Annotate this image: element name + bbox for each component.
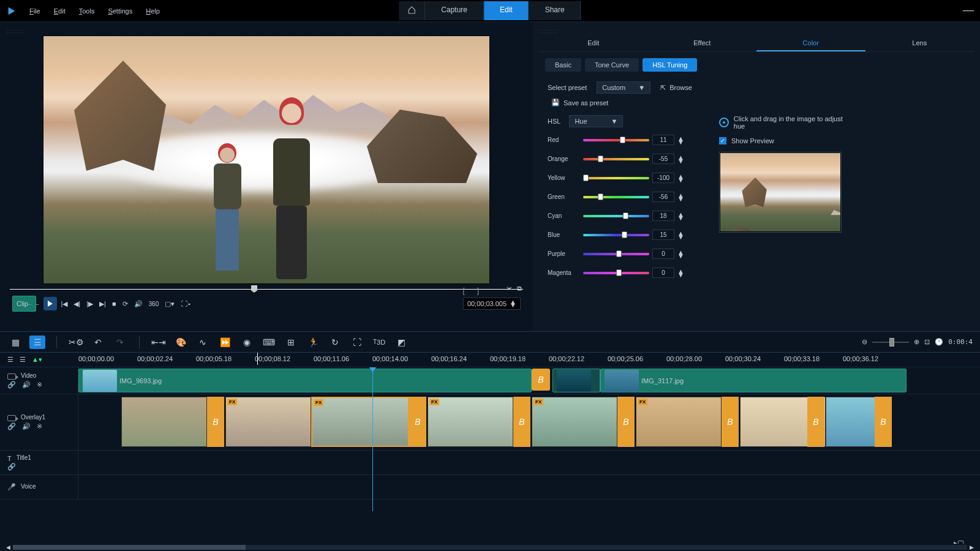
mode-capture[interactable]: Capture bbox=[425, 1, 484, 20]
tools-button[interactable]: ✂⚙ bbox=[68, 335, 84, 349]
slider-value-red[interactable]: 11 bbox=[652, 135, 674, 145]
mask-button[interactable]: ◩ bbox=[393, 335, 409, 349]
pane-grip[interactable]: ::::::: bbox=[6, 27, 527, 36]
stabilize-button[interactable]: ↻ bbox=[327, 335, 343, 349]
menu-file[interactable]: FFileile bbox=[29, 7, 40, 15]
redo-button[interactable]: ↷ bbox=[112, 335, 128, 349]
play-button[interactable] bbox=[43, 297, 57, 310]
timeline-view-button[interactable]: ☰ bbox=[29, 335, 45, 349]
mode-home[interactable] bbox=[399, 1, 425, 20]
loop-icon[interactable]: ⟳ bbox=[123, 300, 128, 308]
scrub-handle[interactable] bbox=[251, 285, 257, 293]
transition-badge[interactable]: B bbox=[207, 397, 224, 447]
marker[interactable] bbox=[257, 353, 258, 365]
playhead[interactable] bbox=[372, 367, 373, 511]
fit-icon[interactable]: ⊡ bbox=[924, 338, 930, 346]
trim-brackets[interactable]: [ ] bbox=[462, 286, 484, 295]
next-frame-icon[interactable]: |▶ bbox=[86, 300, 93, 308]
menu-help[interactable]: Help bbox=[146, 7, 160, 15]
stepper-down-icon[interactable]: ▼ bbox=[677, 254, 684, 258]
stepper-down-icon[interactable]: ▼ bbox=[677, 159, 684, 163]
hsl-mode-dropdown[interactable]: Hue▼ bbox=[569, 115, 623, 127]
h-scrollbar[interactable] bbox=[13, 545, 967, 550]
show-preview-checkbox[interactable]: ✓ Show Preview bbox=[719, 137, 854, 144]
preset-dropdown[interactable]: Custom▼ bbox=[597, 81, 650, 94]
slider-orange[interactable] bbox=[583, 158, 649, 160]
overlay-clip[interactable] bbox=[121, 397, 207, 447]
stepper-down-icon[interactable]: ▼ bbox=[677, 235, 684, 239]
mute-icon[interactable]: 🔊 bbox=[22, 422, 31, 430]
stop-icon[interactable]: ■ bbox=[112, 300, 116, 307]
slider-magenta[interactable] bbox=[583, 272, 649, 274]
track-add-icon[interactable]: ▲▾ bbox=[32, 356, 42, 364]
snapshot-icon[interactable]: ⧉ bbox=[517, 285, 522, 293]
timecode-display[interactable]: 00;00;03.005 ▲▼ bbox=[463, 298, 521, 310]
menu-edit[interactable]: Edit bbox=[54, 7, 66, 15]
browse-presets[interactable]: ⇱Browse bbox=[660, 84, 692, 92]
slider-value-orange[interactable]: -55 bbox=[652, 154, 674, 164]
subtab-basic[interactable]: Basic bbox=[545, 58, 581, 72]
fx-icon[interactable]: ※ bbox=[37, 381, 42, 389]
color-button[interactable]: 🎨 bbox=[173, 335, 189, 349]
prev-frame-icon[interactable]: ◀| bbox=[74, 300, 80, 308]
scroll-left-icon[interactable]: ◀ bbox=[6, 544, 10, 550]
crop-button[interactable]: ⛶ bbox=[349, 335, 365, 349]
clock-icon[interactable]: 🕐 bbox=[935, 338, 943, 346]
overlay-clip[interactable]: FX bbox=[636, 397, 722, 447]
track-head-overlay[interactable]: Overlay1 🔗🔊※ bbox=[0, 394, 78, 450]
minimize-icon[interactable]: — bbox=[963, 4, 974, 17]
pane-grip[interactable]: ::::::: bbox=[539, 27, 974, 36]
slider-value-blue[interactable]: 15 bbox=[652, 230, 674, 240]
slider-purple[interactable] bbox=[583, 253, 649, 255]
subtab-tone-curve[interactable]: Tone Curve bbox=[585, 58, 639, 72]
subtab-hsl[interactable]: HSL Tuning bbox=[643, 58, 697, 72]
slider-green[interactable] bbox=[583, 196, 649, 198]
link-icon[interactable]: 🔗 bbox=[7, 463, 16, 471]
slider-value-cyan[interactable]: 18 bbox=[652, 211, 674, 221]
mute-icon[interactable]: 🔊 bbox=[22, 381, 31, 389]
stepper-down-icon[interactable]: ▼ bbox=[677, 140, 684, 144]
link-icon[interactable]: 🔗 bbox=[7, 381, 16, 389]
transition-badge[interactable]: B bbox=[807, 397, 824, 447]
panel-tab-color[interactable]: Color bbox=[756, 36, 865, 51]
screen-options-icon[interactable]: ⛶▾ bbox=[181, 300, 191, 307]
playback-mode-labels[interactable]: Project – Clip – bbox=[12, 301, 39, 307]
slider-red[interactable] bbox=[583, 139, 649, 141]
overlay-clip[interactable]: FX bbox=[225, 397, 311, 447]
display-options-icon[interactable]: ▢▾ bbox=[165, 300, 175, 308]
zoom-out-icon[interactable]: ⊖ bbox=[862, 338, 867, 346]
grid-button[interactable]: ⊞ bbox=[283, 335, 299, 349]
slider-value-magenta[interactable]: 0 bbox=[652, 268, 674, 278]
overlay-clip[interactable]: FX bbox=[311, 397, 409, 447]
fx-icon[interactable]: ※ bbox=[37, 422, 42, 430]
transition-badge[interactable]: B bbox=[875, 397, 892, 447]
slider-value-green[interactable]: -56 bbox=[652, 192, 674, 202]
time-ruler[interactable]: 00;00;00.0000;00;02.2400;00;05.1800;00;0… bbox=[78, 353, 980, 367]
video-clip[interactable] bbox=[552, 369, 600, 392]
track-head-video[interactable]: Video 🔗🔊※ bbox=[0, 367, 78, 394]
motion-button[interactable]: 🏃 bbox=[305, 335, 321, 349]
slider-cyan[interactable] bbox=[583, 215, 649, 217]
video-clip[interactable]: IMG_9693.jpg bbox=[78, 369, 532, 392]
transition-badge[interactable]: B bbox=[722, 397, 739, 447]
stepper-down-icon[interactable]: ▼ bbox=[677, 216, 684, 220]
panel-tab-edit[interactable]: Edit bbox=[539, 36, 648, 51]
blend-button[interactable]: ◉ bbox=[239, 335, 255, 349]
zoom-slider[interactable] bbox=[872, 342, 909, 343]
slider-yellow[interactable] bbox=[583, 177, 649, 179]
stepper-down-icon[interactable]: ▼ bbox=[677, 273, 684, 277]
panel-tab-lens[interactable]: Lens bbox=[865, 36, 974, 51]
slider-value-yellow[interactable]: -100 bbox=[652, 173, 674, 183]
link-icon[interactable]: 🔗 bbox=[7, 422, 16, 430]
stepper-down-icon[interactable]: ▼ bbox=[677, 178, 684, 182]
audio-button[interactable]: ∿ bbox=[195, 335, 211, 349]
track-menu2-icon[interactable]: ☰ bbox=[20, 356, 26, 364]
mode-share[interactable]: Share bbox=[529, 1, 581, 20]
360-icon[interactable]: 360 bbox=[149, 301, 159, 307]
split-icon[interactable]: ✂ bbox=[507, 285, 512, 293]
preview-image[interactable] bbox=[43, 36, 490, 284]
transition-badge[interactable]: B bbox=[513, 397, 530, 447]
stepper-down-icon[interactable]: ▼ bbox=[677, 197, 684, 201]
slider-value-purple[interactable]: 0 bbox=[652, 249, 674, 259]
preview-scrubber[interactable]: [ ] ✂ ⧉ bbox=[6, 289, 527, 290]
